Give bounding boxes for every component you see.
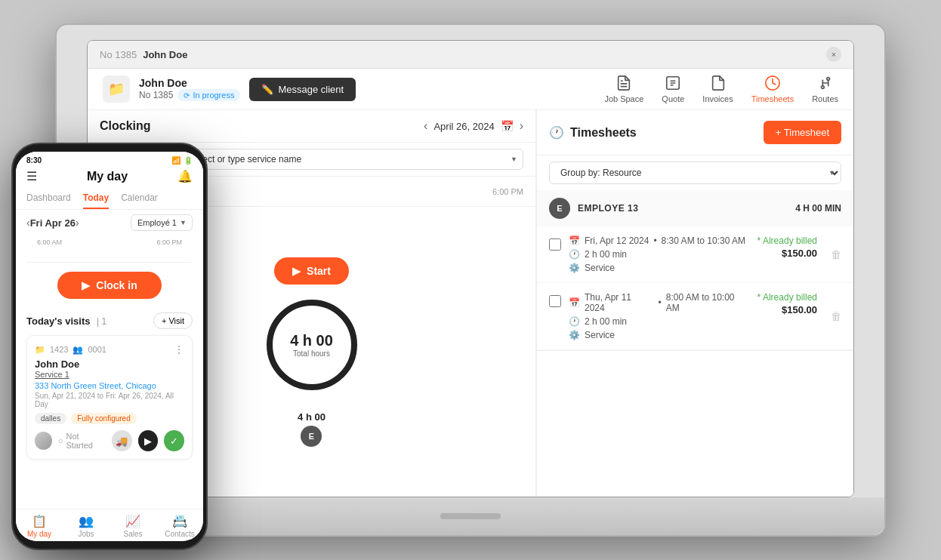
window-title-name: John Doe	[143, 49, 187, 60]
visit-status-label: Not Started	[66, 432, 106, 450]
clock-in-label: Clock in	[96, 279, 137, 291]
employee-group-total: 4 H 00 MIN	[795, 203, 841, 214]
tab-today[interactable]: Today	[83, 188, 109, 209]
calendar-icon[interactable]: 📅	[501, 120, 514, 132]
entry-1-delete-icon[interactable]: 🗑	[831, 248, 841, 260]
visit-address[interactable]: 333 North Green Street, Chicago	[35, 381, 184, 390]
employee-avatar-small: E	[301, 426, 322, 447]
entry-2-delete-icon[interactable]: 🗑	[831, 310, 841, 322]
phone-screen: 8:30 📶 🔋 ☰ My day 🔔 Dashboard Today Cale…	[16, 152, 203, 541]
phone-tabs: Dashboard Today Calendar	[16, 188, 203, 210]
visit-service[interactable]: Service 1	[35, 370, 184, 379]
visit-status[interactable]: ○ Not Started	[58, 432, 106, 450]
nav-icon-job-space[interactable]: Job Space	[604, 75, 643, 103]
phone-nav-sales[interactable]: 📈 Sales	[110, 514, 156, 538]
employee-summary: 4 h 00 E	[298, 411, 325, 447]
employee-group-name: EMPLOYE 13	[578, 203, 638, 214]
phone-date-nav: ‹ Fri Apr 26 › Employé 1	[16, 210, 203, 235]
phone-nav-my-day[interactable]: 📋 My day	[16, 514, 63, 538]
add-timesheet-button[interactable]: + Timesheet	[764, 121, 841, 144]
entry-2-details: 📅 Thu, Apr 11 2024 • 8:00 AM to 10:00 AM…	[569, 292, 750, 340]
entry-1-time-row: 🕐 2 h 00 min	[569, 249, 750, 260]
nav-label-routes: Routes	[812, 94, 838, 103]
phone-nav-jobs-label: Jobs	[78, 530, 94, 538]
nav-icon-invoices[interactable]: Invoices	[702, 75, 733, 103]
date-label: April 26, 2024	[433, 121, 494, 132]
entry-2-time-range: 8:00 AM to 10:00 AM	[666, 292, 750, 313]
entry-2-billed: * Already billed	[757, 292, 817, 303]
client-info-section: 📁 John Doe No 1385 ⟳ In progress ✏️	[103, 75, 592, 103]
phone-date-next[interactable]: ›	[76, 217, 79, 229]
nav-icon-routes[interactable]: Routes	[812, 75, 838, 103]
top-navigation: 📁 John Doe No 1385 ⟳ In progress ✏️	[88, 69, 853, 110]
tab-dashboard[interactable]: Dashboard	[26, 188, 71, 209]
timesheets-title: Timesheets	[570, 126, 637, 140]
start-button[interactable]: ▶ Start	[274, 257, 349, 285]
client-info: John Doe No 1385 ⟳ In progress	[139, 77, 240, 101]
entry-2-service: Service	[585, 330, 615, 340]
employee-group-header: E EMPLOYE 13 4 H 00 MIN	[537, 190, 853, 226]
visits-count: | 1	[97, 316, 106, 327]
entry-2-amount: $150.00	[782, 304, 817, 315]
phone-status-bar: 8:30 📶 🔋	[16, 152, 203, 166]
entry-2-service-row: ⚙️ Service	[569, 330, 750, 340]
nav-icon-quote[interactable]: Quote	[662, 75, 684, 103]
visit-client-name: John Doe	[35, 358, 184, 370]
date-next-button[interactable]: ›	[520, 119, 523, 133]
visit-check-button[interactable]: ✓	[164, 430, 184, 451]
visit-tag-dalles[interactable]: dalles	[35, 413, 66, 424]
visit-job-id: 1423	[50, 345, 68, 354]
timesheets-body: E EMPLOYE 13 4 H 00 MIN 📅 Fr	[537, 190, 853, 497]
entry-1-amount: $150.00	[782, 248, 817, 259]
entry-2-duration: 2 h 00 min	[585, 316, 627, 327]
nav-icon-timesheets[interactable]: Timesheets	[751, 75, 794, 103]
contacts-icon: 📇	[172, 514, 187, 528]
people-icon: 👥	[73, 345, 83, 355]
timesheets-title-row: 🕐 Timesheets	[549, 125, 637, 140]
window-close-button[interactable]: ×	[826, 47, 841, 62]
visit-actions: ○ Not Started 🚚 ▶ ✓	[35, 430, 184, 451]
group-by-select[interactable]: Group by: Resource	[549, 162, 841, 184]
entry-2-checkbox[interactable]	[549, 295, 561, 307]
my-day-icon: 📋	[32, 514, 47, 528]
notification-bell-icon[interactable]: 🔔	[177, 169, 193, 183]
laptop-shell: No 1385 John Doe × 📁 John Doe No 1385 ⟳ …	[55, 23, 886, 537]
entry-2-right: * Already billed $150.00	[757, 292, 817, 315]
window-title-no: No 1385	[100, 49, 137, 60]
timesheet-entry-2: 📅 Thu, Apr 11 2024 • 8:00 AM to 10:00 AM…	[537, 283, 853, 350]
hamburger-icon[interactable]: ☰	[26, 169, 37, 183]
entry-2-dot: •	[659, 297, 662, 308]
edit-icon: ✏️	[261, 84, 273, 95]
employee-hours: 4 h 00	[298, 411, 325, 423]
date-prev-button[interactable]: ‹	[424, 119, 427, 133]
entry-1-date-row: 📅 Fri, Apr 12 2024 • 8:30 AM to 10:30 AM	[569, 235, 750, 246]
phone-employee-select[interactable]: Employé 1	[131, 214, 193, 231]
nav-label-job-space: Job Space	[604, 94, 643, 103]
timesheets-panel: 🕐 Timesheets + Timesheet Group by: Resou…	[536, 110, 853, 497]
message-btn-label: Message client	[278, 84, 344, 95]
visit-tag-configured[interactable]: Fully configured	[71, 413, 137, 424]
phone-timeline: 6:00 AM 6:00 PM	[26, 235, 193, 263]
wifi-icon: 📶	[171, 156, 180, 165]
laptop-notch	[440, 513, 501, 519]
tab-calendar[interactable]: Calendar	[121, 188, 158, 209]
entry-1-service: Service	[585, 263, 615, 273]
phone-nav-contacts[interactable]: 📇 Contacts	[156, 514, 203, 538]
message-client-button[interactable]: ✏️ Message client	[249, 78, 356, 101]
add-visit-button[interactable]: + Visit	[153, 312, 193, 329]
visit-track-button[interactable]: 🚚	[112, 430, 132, 451]
visit-menu-icon[interactable]: ⋮	[174, 343, 184, 355]
circle-icon: ○	[58, 436, 63, 445]
visit-tags: dalles Fully configured	[35, 413, 184, 424]
sales-icon: 📈	[125, 514, 140, 528]
visits-section: Today's visits | 1 + Visit 📁 1423 👥 0001	[16, 308, 203, 509]
clock-in-button[interactable]: ▶ Clock in	[57, 272, 161, 299]
service-filter-select[interactable]: Select or type service name	[181, 149, 523, 170]
status-label: In progress	[193, 91, 234, 100]
clock-icon-entry1: 🕐	[569, 249, 580, 260]
visit-play-button[interactable]: ▶	[138, 430, 159, 451]
entry-1-checkbox[interactable]	[549, 238, 561, 251]
timeclock-header: Clocking ‹ April 26, 2024 📅 ›	[88, 110, 535, 143]
entry-2-date-row: 📅 Thu, Apr 11 2024 • 8:00 AM to 10:00 AM	[569, 292, 750, 313]
phone-nav-jobs[interactable]: 👥 Jobs	[63, 514, 110, 538]
